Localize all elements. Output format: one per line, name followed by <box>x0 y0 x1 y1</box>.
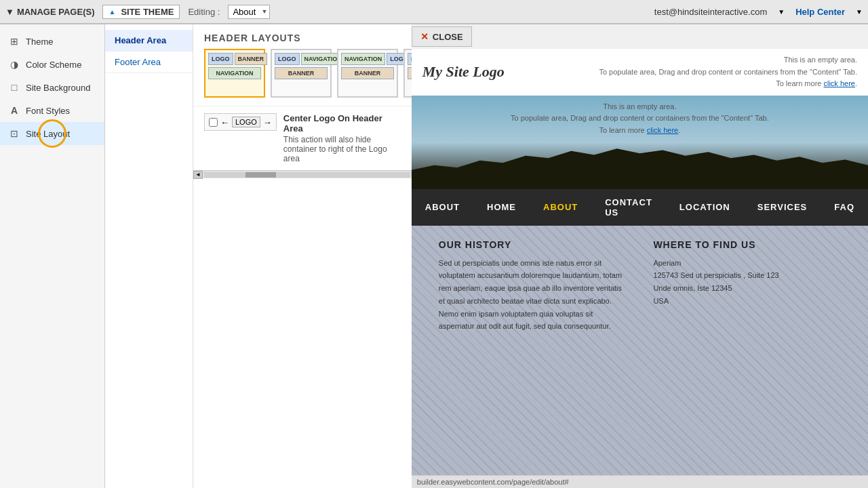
sidebar-item-label: Color Scheme <box>26 60 81 70</box>
nav-item-about[interactable]: ABOUT <box>412 194 473 220</box>
banner-empty-text: This is an empty area. <box>603 102 676 110</box>
main-content: HEADER LAYOUTS LOGO BANNER NAVIGATION LO… <box>193 24 412 488</box>
preview-banner: This is an empty area. To populate area,… <box>412 96 868 189</box>
preview-area: ✕ CLOSE My Site Logo This is an empty ar… <box>412 24 868 488</box>
preview-empty-area-right: This is an empty area. To populate area,… <box>599 54 857 90</box>
empty-area-link[interactable]: click here <box>823 79 854 87</box>
main-container: ⊞ Theme ◑ Color Scheme □ Site Background… <box>0 24 868 488</box>
nav-item-services[interactable]: SERVICES <box>744 194 821 220</box>
sidebar-item-font-styles[interactable]: A Font Styles <box>0 99 104 122</box>
logo-badge: LOGO <box>232 117 260 127</box>
preview-footer: OUR HISTORY Sed ut perspiciatis unde omn… <box>412 226 868 475</box>
sidebar-item-label: Site Layout <box>26 129 70 139</box>
sub-nav: Header Area Footer Area <box>105 24 193 488</box>
preview-banner-text: This is an empty area. To populate area,… <box>511 101 769 137</box>
close-btn-bar: ✕ CLOSE <box>412 24 868 49</box>
color-scheme-icon: ◑ <box>8 58 20 70</box>
layout-block-nav: NAVIGATION <box>208 67 261 79</box>
banner-link[interactable]: click here <box>647 126 678 134</box>
manage-pages-label: MANAGE PAGE(S) <box>17 7 95 17</box>
manage-pages-button[interactable]: ▼ MANAGE PAGE(S) <box>5 7 94 17</box>
help-center-link[interactable]: Help Center <box>795 7 845 17</box>
layout-block-logo: LOGO <box>275 53 300 65</box>
font-icon: A <box>8 104 20 117</box>
empty-area-learn-more: To learn more click here. <box>776 79 857 87</box>
site-background-icon: □ <box>8 81 20 94</box>
arrow-left-icon: ← <box>220 117 229 127</box>
nav-item-faq[interactable]: FAQ <box>821 194 868 220</box>
editing-page-select[interactable]: About <box>228 5 270 19</box>
arrow-right-icon: → <box>263 117 272 127</box>
sidebar: ⊞ Theme ◑ Color Scheme □ Site Background… <box>0 24 105 488</box>
scroll-left-button[interactable]: ◄ <box>193 171 203 179</box>
content-panel: Header Area Footer Area HEADER LAYOUTS L… <box>105 24 412 488</box>
layout-card-1[interactable]: LOGO BANNER NAVIGATION <box>204 49 265 98</box>
bottom-bar: builder.easywebcontent.com/page/edit/abo… <box>412 475 868 488</box>
nav-item-home[interactable]: HOME <box>473 194 530 220</box>
layout-block-nav: NAVIGATION <box>341 53 385 65</box>
center-logo-text: Center Logo On Header Area This action w… <box>283 113 401 163</box>
close-button[interactable]: ✕ CLOSE <box>412 26 472 47</box>
layout-card-2[interactable]: LOGO NAVIGATION BANNER <box>271 49 332 98</box>
sidebar-item-label: Site Background <box>26 83 90 93</box>
layout-block-banner: BANNER <box>275 67 328 79</box>
header-layouts-title: HEADER LAYOUTS <box>193 24 412 49</box>
top-bar: ▼ MANAGE PAGE(S) SITE THEME Editing : Ab… <box>0 0 868 24</box>
email-caret-icon: ▼ <box>778 8 785 16</box>
scroll-thumb[interactable] <box>245 172 277 178</box>
sidebar-item-color-scheme[interactable]: ◑ Color Scheme <box>0 53 104 76</box>
banner-empty-sub: To populate area, Drag and drop content … <box>511 114 769 122</box>
layout-block-banner: BANNER <box>235 53 268 65</box>
editing-page-select-wrapper[interactable]: About <box>228 5 270 19</box>
nav-item-location[interactable]: LOCATION <box>666 194 744 220</box>
scrollbar-area: ◄ <box>193 170 412 178</box>
layout-card-3[interactable]: NAVIGATION LOGO BANNER <box>337 49 398 98</box>
layout-block-banner: BANNER <box>341 67 394 79</box>
site-preview: My Site Logo This is an empty area. To p… <box>412 49 868 475</box>
nav-item-contact[interactable]: CONTACT US <box>591 189 666 226</box>
subnav-header-label: Header Area <box>115 35 166 45</box>
sidebar-item-label: Font Styles <box>26 106 70 116</box>
site-logo: My Site Logo <box>422 63 505 81</box>
site-layout-icon: ⊡ <box>8 127 20 140</box>
footer-col-history: OUR HISTORY Sed ut perspiciatis unde omn… <box>439 239 627 462</box>
site-theme-label: SITE THEME <box>121 7 174 17</box>
footer-history-text: Sed ut perspiciatis unde omnis iste natu… <box>439 257 627 333</box>
empty-area-sub: To populate area, Drag and drop content … <box>599 68 857 76</box>
banner-learn-more: To learn more click here. <box>599 126 680 134</box>
empty-area-text: This is an empty area. <box>784 56 857 64</box>
preview-wrapper: My Site Logo This is an empty area. To p… <box>412 49 868 475</box>
footer-find-us-text: Aperiam 125743 Sed ut perspiciatis , Sui… <box>653 257 841 308</box>
center-logo-description: This action will also hide container to … <box>283 135 401 163</box>
help-caret-icon: ▼ <box>856 8 863 16</box>
center-logo-checkbox-group[interactable]: ← LOGO → <box>204 113 277 131</box>
theme-icon: ⊞ <box>8 35 20 47</box>
center-logo-area: ← LOGO → Center Logo On Header Area This… <box>193 106 412 170</box>
sidebar-item-site-background[interactable]: □ Site Background <box>0 76 104 99</box>
sidebar-item-site-layout[interactable]: ⊡ Site Layout <box>0 122 104 145</box>
center-logo-checkbox[interactable] <box>209 118 218 127</box>
user-email[interactable]: test@hindsiteinteractive.com <box>654 7 767 17</box>
sidebar-item-theme[interactable]: ⊞ Theme <box>0 30 104 53</box>
subnav-footer-area[interactable]: Footer Area <box>105 52 193 73</box>
site-theme-tab[interactable]: SITE THEME <box>102 5 180 19</box>
footer-history-title: OUR HISTORY <box>439 239 627 250</box>
subnav-footer-label: Footer Area <box>115 57 161 67</box>
preview-header: My Site Logo This is an empty area. To p… <box>412 49 868 96</box>
dropdown-arrow-icon: ▼ <box>5 7 14 17</box>
sidebar-item-label: Theme <box>26 37 53 47</box>
scroll-track[interactable] <box>204 172 410 178</box>
layout-card-4[interactable]: LOGO NAVIGATION BANNER <box>403 49 412 98</box>
preview-nav: ABOUT HOME ABOUT CONTACT US LOCATION SER… <box>412 189 868 226</box>
footer-col-find-us: WHERE TO FIND US Aperiam 125743 Sed ut p… <box>653 239 841 462</box>
layout-block-logo: LOGO <box>208 53 233 65</box>
close-x-icon: ✕ <box>420 31 429 42</box>
layout-options: LOGO BANNER NAVIGATION LOGO NAVIGATION B… <box>193 49 412 106</box>
subnav-header-area[interactable]: Header Area <box>105 30 193 52</box>
close-label: CLOSE <box>433 32 463 42</box>
nav-item-about2[interactable]: ABOUT <box>530 194 591 220</box>
top-bar-right: test@hindsiteinteractive.com ▼ Help Cent… <box>654 7 863 17</box>
editing-label: Editing : <box>188 7 220 17</box>
bottom-url: builder.easywebcontent.com/page/edit/abo… <box>417 478 569 486</box>
center-logo-title: Center Logo On Header Area <box>283 113 401 134</box>
